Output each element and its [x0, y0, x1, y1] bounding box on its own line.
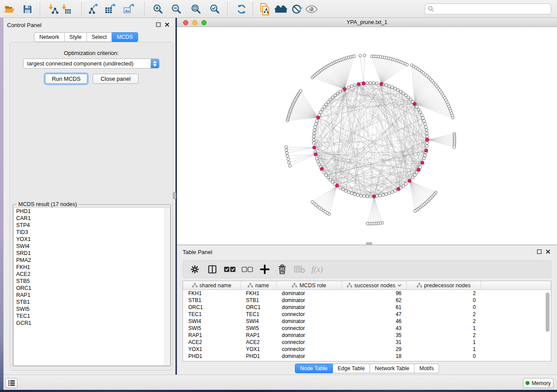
table-cell: 46 [342, 318, 407, 325]
mcds-result-item[interactable]: CAR1 [14, 215, 170, 222]
refresh-icon[interactable] [235, 3, 248, 16]
mcds-result-item[interactable]: SWI4 [14, 243, 170, 250]
eye-icon[interactable] [305, 3, 318, 16]
zoom-in-icon[interactable] [152, 3, 165, 16]
import-table-icon[interactable] [60, 3, 73, 16]
mcds-list-scrollbar[interactable] [164, 208, 170, 365]
search-input[interactable] [434, 6, 551, 12]
mcds-result-item[interactable]: RAP1 [14, 292, 170, 299]
tab-edge-table[interactable]: Edge Table [333, 364, 370, 373]
import-network-icon[interactable] [47, 3, 60, 16]
task-history-button[interactable] [5, 378, 17, 388]
export-table-icon[interactable] [104, 3, 117, 16]
houses-icon[interactable] [274, 3, 287, 16]
deselect-all-icon[interactable] [242, 264, 253, 275]
column-header-successor-nodes[interactable]: successor nodes [342, 281, 407, 289]
toolbar-separator [227, 2, 228, 15]
table-cell: 18 [342, 353, 407, 360]
export-network-icon[interactable] [87, 3, 100, 16]
memory-button[interactable]: Memory [523, 378, 554, 388]
column-header-shared-name[interactable]: shared name [183, 281, 241, 289]
column-type-icon [417, 283, 422, 288]
tab-motifs[interactable]: Motifs [415, 364, 439, 373]
table-row[interactable]: PHD1PHD1dominator180 [183, 353, 551, 360]
toolbar-separator [40, 2, 40, 15]
mcds-result-item[interactable]: YOX1 [14, 236, 170, 243]
run-mcds-button[interactable]: Run MCDS [45, 74, 87, 84]
table-cell: 2 [407, 290, 481, 297]
table-row[interactable]: YOX1YOX1connector291 [183, 346, 551, 353]
tab-style[interactable]: Style [65, 32, 87, 42]
close-panel-button[interactable]: Close panel [93, 74, 138, 84]
mcds-result-list[interactable]: PHD1CAR1STP4TID3YOX1SWI4SRD1PMA2FKH1ACE2… [14, 207, 170, 366]
delete-table-icon[interactable] [294, 264, 305, 275]
table-scrollbar[interactable] [546, 292, 550, 332]
column-header-MCDS-role[interactable]: MCDS role [277, 281, 342, 289]
control-panel-tabs: NetworkStyleSelectMCDS [34, 32, 138, 42]
tab-network-table[interactable]: Network Table [370, 364, 415, 373]
close-panel-icon[interactable] [545, 249, 551, 254]
export-image-icon[interactable] [122, 3, 135, 16]
mcds-result-item[interactable]: ORC1 [14, 285, 170, 292]
hide-details-icon[interactable] [291, 3, 304, 16]
table-row[interactable]: TEC1TEC1connector472 [183, 311, 551, 318]
table-cell: SWI4 [241, 318, 277, 325]
table-cell: YOX1 [183, 346, 241, 353]
mcds-result-item[interactable]: SRD1 [14, 250, 170, 257]
save-icon[interactable] [21, 3, 34, 16]
tab-node-table[interactable]: Node Table [295, 364, 333, 373]
table-cell: 31 [342, 339, 407, 346]
mcds-result-item[interactable]: ACE2 [14, 271, 170, 278]
column-icon[interactable] [207, 264, 218, 275]
table-row[interactable]: ACE2ACE2connector311 [183, 339, 551, 346]
table-header: shared namenameMCDS rolesuccessor nodesp… [183, 281, 551, 290]
float-panel-icon[interactable] [536, 249, 542, 254]
network-canvas[interactable] [177, 27, 557, 244]
vertical-splitter-handle[interactable] [173, 192, 176, 199]
mcds-result-item[interactable]: TEC1 [14, 313, 170, 320]
table-row[interactable]: SWI4SWI4dominator462 [183, 318, 551, 325]
close-panel-icon[interactable] [164, 22, 170, 28]
criterion-dropdown[interactable]: largest connected component (undirected) [23, 58, 159, 69]
mcds-result-item[interactable]: FKH1 [14, 264, 170, 271]
float-panel-icon[interactable] [156, 22, 161, 28]
tab-network[interactable]: Network [34, 32, 65, 42]
mcds-result-group: MCDS result (17 nodes) PHD1CAR1STP4TID3Y… [13, 204, 171, 366]
gear-icon[interactable] [189, 264, 201, 275]
mcds-result-item[interactable]: STB5 [14, 278, 170, 285]
search-field[interactable] [425, 3, 551, 14]
mcds-result-item[interactable]: SWI5 [14, 306, 170, 313]
table-row[interactable]: STB1STB1dominator620 [183, 297, 551, 304]
zoom-fit-icon[interactable] [190, 3, 203, 16]
tab-mcds[interactable]: MCDS [112, 32, 138, 42]
delete-icon[interactable] [277, 264, 288, 275]
zoom-out-icon[interactable] [170, 3, 183, 16]
table-row[interactable]: FKH1FKH1dominator962 [183, 290, 551, 297]
mcds-result-item[interactable]: PMA2 [14, 257, 170, 264]
table-cell: 1 [407, 346, 481, 353]
column-header-name[interactable]: name [241, 281, 277, 289]
column-header-predecessor-nodes[interactable]: predecessor nodes [407, 281, 481, 289]
table-row[interactable]: SWI5SWI5connector431 [183, 325, 551, 332]
mcds-result-item[interactable]: GCR1 [14, 320, 170, 327]
open-folder-icon[interactable] [3, 3, 16, 16]
mcds-result-item[interactable]: TID3 [14, 229, 170, 236]
table-row[interactable]: RAP1RAP1dominator352 [183, 332, 551, 339]
table-row[interactable]: ORC1ORC1dominator610 [183, 304, 551, 311]
tab-select[interactable]: Select [87, 32, 112, 42]
mcds-result-item[interactable]: STB1 [14, 299, 170, 306]
function-icon[interactable]: f(x) [311, 264, 323, 275]
zoom-selected-icon[interactable] [208, 3, 221, 16]
control-panel-title: Control Panel [7, 22, 42, 28]
select-all-icon[interactable] [224, 264, 235, 275]
clone-network-icon[interactable] [258, 3, 271, 16]
optimization-criterion-label: Optimization criterion: [10, 50, 173, 56]
network-window-titlebar: YPA_prune.txt_1 [177, 18, 557, 27]
table-cell: 1 [407, 339, 481, 346]
network-graph [177, 27, 557, 244]
table-cell: connector [277, 346, 342, 353]
mcds-result-item[interactable]: PHD1 [14, 208, 170, 215]
horizontal-splitter-handle[interactable] [366, 242, 372, 245]
add-column-icon[interactable] [259, 264, 270, 275]
mcds-result-item[interactable]: STP4 [14, 222, 170, 229]
